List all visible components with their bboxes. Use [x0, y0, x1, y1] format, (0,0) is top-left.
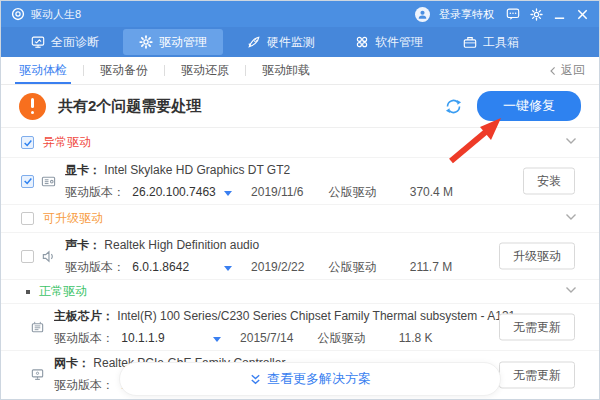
check-icon [23, 176, 33, 186]
driver-row-gpu: 显卡： Intel Skylake HD Graphics DT GT2 驱动版… [1, 158, 599, 205]
upgradable-section-checkbox[interactable] [21, 212, 34, 225]
version-dropdown-icon[interactable] [224, 191, 232, 196]
audio-checkbox[interactable] [21, 250, 34, 263]
double-chevron-down-icon [249, 373, 262, 386]
app-window: 驱动人生8 登录享特权 全面诊断 [0, 0, 600, 400]
driver-row-chipset: 主板芯片： Intel(R) 100 Series/C230 Series Ch… [1, 304, 599, 351]
driver-version: 26.20.100.7463 [132, 185, 220, 199]
separator [245, 65, 246, 76]
tab-software-management[interactable]: 软件管理 [339, 29, 439, 55]
login-link[interactable]: 登录享特权 [439, 7, 494, 22]
tab-label: 硬件监测 [267, 34, 315, 51]
tab-label: 工具箱 [483, 34, 519, 51]
avatar-icon[interactable] [415, 7, 430, 22]
driver-version: 6.0.1.8642 [132, 260, 220, 274]
tab-driver-management[interactable]: 驱动管理 [123, 29, 223, 55]
section-label: 正常驱动 [39, 283, 87, 300]
device-type-label: 主板芯片： [54, 309, 114, 323]
feedback-chat-icon[interactable] [506, 7, 520, 21]
close-button[interactable] [575, 7, 589, 21]
version-dropdown-icon[interactable] [224, 266, 232, 271]
issue-summary-bar: 共有2个问题需要处理 一键修复 [1, 85, 599, 128]
close-icon [576, 8, 589, 21]
section-normal-drivers[interactable]: 正常驱动 [1, 280, 599, 304]
section-label: 异常驱动 [43, 134, 91, 151]
titlebar: 驱动人生8 登录享特权 [1, 1, 599, 27]
main-tabbar: 全面诊断 驱动管理 硬件监测 软件管理 工具箱 [1, 27, 599, 57]
install-button[interactable]: 安装 [523, 168, 575, 195]
version-label: 驱动版本： [65, 259, 129, 276]
device-name: Intel(R) 100 Series/C230 Series Chipset … [117, 309, 515, 323]
tab-toolbox[interactable]: 工具箱 [447, 29, 535, 55]
device-type-label: 网卡： [54, 356, 90, 370]
driver-info: 主板芯片： Intel(R) 100 Series/C230 Series Ch… [54, 308, 575, 347]
no-update-button[interactable]: 无需更新 [499, 314, 575, 341]
toolbox-icon [463, 35, 477, 49]
subtab-driver-backup[interactable]: 驱动备份 [96, 57, 152, 84]
section-abnormal-drivers[interactable]: 异常驱动 [1, 128, 599, 158]
back-label: 返回 [561, 62, 585, 79]
more-solutions-label: 查看更多解决方案 [267, 370, 371, 388]
apps-circles-icon [355, 35, 369, 49]
driver-info: 显卡： Intel Skylake HD Graphics DT GT2 驱动版… [65, 162, 575, 201]
driver-version: 10.1.1.9 [121, 331, 209, 345]
check-icon [23, 138, 33, 148]
tab-label: 全面诊断 [51, 34, 99, 51]
abnormal-section-checkbox[interactable] [21, 136, 34, 149]
subtab-driver-uninstall[interactable]: 驱动卸载 [258, 57, 314, 84]
driver-date: 2019/11/6 [251, 185, 325, 199]
warning-icon [19, 93, 46, 120]
tab-full-diagnosis[interactable]: 全面诊断 [15, 29, 115, 55]
separator [83, 65, 84, 76]
chipset-icon [30, 320, 45, 335]
one-click-fix-button[interactable]: 一键修复 [477, 91, 581, 121]
rocket-icon [247, 35, 261, 49]
device-name: Realtek High Definition audio [104, 238, 259, 252]
section-upgradable-drivers[interactable]: 可升级驱动 [1, 205, 599, 233]
version-label: 驱动版本： [65, 184, 129, 201]
subtab-driver-checkup[interactable]: 驱动体检 [15, 57, 71, 84]
driver-size: 11.8 K [399, 331, 433, 345]
sub-tabbar: 驱动体检 驱动备份 驱动还原 驱动卸载 返回 [1, 57, 599, 85]
back-button[interactable]: 返回 [549, 62, 585, 79]
settings-gear-icon[interactable] [529, 7, 543, 21]
app-title: 驱动人生8 [31, 7, 81, 22]
driver-date: 2019/2/22 [251, 260, 325, 274]
device-type-label: 显卡： [65, 163, 101, 177]
gpu-checkbox[interactable] [21, 175, 34, 188]
driver-size: 370.4 M [410, 185, 453, 199]
gear-icon [139, 35, 153, 49]
monitor-diagnosis-icon [31, 35, 45, 49]
driver-channel: 公版驱动 [328, 259, 406, 276]
refresh-icon[interactable] [444, 97, 463, 116]
chevron-down-icon[interactable] [565, 213, 577, 225]
subtab-driver-restore[interactable]: 驱动还原 [177, 57, 233, 84]
driver-channel: 公版驱动 [317, 330, 395, 347]
section-label: 可升级驱动 [43, 210, 103, 227]
driver-channel: 公版驱动 [328, 184, 406, 201]
chevron-down-icon[interactable] [565, 286, 577, 298]
chevron-down-icon[interactable] [565, 137, 577, 149]
driver-size: 211.7 M [410, 260, 452, 274]
device-name: Intel Skylake HD Graphics DT GT2 [104, 163, 290, 177]
version-dropdown-icon[interactable] [213, 337, 221, 342]
chevron-left-icon [549, 66, 557, 76]
upgrade-driver-button[interactable]: 升级驱动 [499, 243, 575, 270]
separator [164, 65, 165, 76]
issue-summary-text: 共有2个问题需要处理 [58, 97, 201, 116]
minimize-button[interactable] [552, 7, 566, 21]
network-adapter-icon [30, 367, 45, 382]
bullet-icon [26, 290, 30, 294]
tab-label: 驱动管理 [159, 34, 207, 51]
more-solutions-button[interactable]: 查看更多解决方案 [119, 362, 501, 396]
device-type-label: 声卡： [65, 238, 101, 252]
app-logo-icon [11, 7, 25, 21]
speaker-icon [41, 249, 56, 264]
tab-label: 软件管理 [375, 34, 423, 51]
minimize-icon [553, 8, 566, 21]
version-label: 驱动版本： [54, 377, 118, 394]
version-label: 驱动版本： [54, 330, 118, 347]
driver-date: 2015/7/14 [240, 331, 314, 345]
no-update-button[interactable]: 无需更新 [499, 361, 575, 388]
tab-hardware-monitor[interactable]: 硬件监测 [231, 29, 331, 55]
